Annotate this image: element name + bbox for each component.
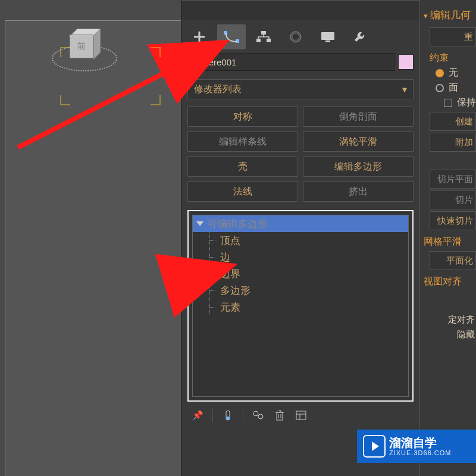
modifier-button[interactable]: 涡轮平滑 xyxy=(303,131,414,152)
svg-point-6 xyxy=(293,34,299,40)
watermark-url: ZIXUE.3D66.COM xyxy=(389,449,451,456)
constraint-radio[interactable] xyxy=(436,69,444,77)
stack-subobject[interactable]: 顶点 xyxy=(193,232,408,249)
svg-rect-10 xyxy=(226,416,230,420)
object-name-input[interactable] xyxy=(187,53,394,71)
svg-rect-3 xyxy=(256,39,261,42)
modifier-button[interactable]: 壳 xyxy=(187,156,298,177)
fragment-1: 定对齐 xyxy=(421,314,476,325)
command-panel-tabs xyxy=(181,20,419,52)
constraint-option-label: 面 xyxy=(449,82,458,94)
stack-subobject[interactable]: 多边形 xyxy=(193,282,408,299)
chevron-down-icon: ▾ xyxy=(402,84,407,95)
stack-subobject[interactable]: 元素 xyxy=(193,299,408,315)
stack-subobject[interactable]: 边 xyxy=(193,249,408,265)
svg-rect-2 xyxy=(261,31,266,35)
modifier-list-dropdown[interactable]: 修改器列表 ▾ xyxy=(187,79,414,99)
watermark-title: 溜溜自学 xyxy=(389,436,451,449)
slice-plane-button[interactable]: 切片平面 xyxy=(430,170,476,189)
svg-rect-4 xyxy=(267,39,271,42)
modifier-button[interactable]: 编辑样条线 xyxy=(187,131,298,152)
svg-rect-14 xyxy=(296,411,306,419)
edit-geometry-panel: 编辑几何 重 约束 无面 保持 创建 附加 切片平面 切片 快速切片 网格平滑 … xyxy=(419,0,476,476)
svg-rect-0 xyxy=(224,31,227,35)
modifier-buttons: 对称倒角剖面编辑样条线涡轮平滑壳编辑多边形法线挤出 xyxy=(187,107,414,202)
svg-rect-7 xyxy=(321,32,334,40)
pin-icon[interactable]: 📌 xyxy=(191,409,204,422)
stack-subobject[interactable]: 边界 xyxy=(193,265,408,282)
mesh-smooth-label: 网格平滑 xyxy=(421,232,476,249)
tab-hierarchy[interactable] xyxy=(249,24,278,49)
constraint-label: 约束 xyxy=(421,48,476,65)
svg-point-11 xyxy=(253,411,258,416)
svg-point-12 xyxy=(258,414,263,419)
slice-button[interactable]: 切片 xyxy=(430,190,476,209)
modifier-button[interactable]: 编辑多边形 xyxy=(303,156,414,177)
viewcube-front[interactable] xyxy=(70,35,93,58)
view-align-label: 视图对齐 xyxy=(421,272,476,289)
panel-topbar xyxy=(181,1,419,20)
tab-motion[interactable] xyxy=(281,24,310,49)
preserve-checkbox[interactable] xyxy=(444,99,452,107)
viewcube[interactable] xyxy=(52,24,117,89)
edit-geometry-title: 编辑几何 xyxy=(421,5,476,26)
planarize-button[interactable]: 平面化 xyxy=(430,251,476,270)
tab-utilities[interactable] xyxy=(346,24,374,49)
constraint-radio[interactable] xyxy=(436,84,444,92)
modifier-stack[interactable]: 可编辑多边形顶点边边界多边形元素 xyxy=(187,210,414,402)
layout-icon[interactable] xyxy=(295,409,308,422)
modifier-button[interactable]: 挤出 xyxy=(303,181,414,202)
modifier-button[interactable]: 倒角剖面 xyxy=(303,107,414,127)
play-icon xyxy=(363,435,386,458)
object-color-swatch[interactable] xyxy=(398,54,414,70)
watermark: 溜溜自学 ZIXUE.3D66.COM xyxy=(357,430,476,463)
modifier-list-label: 修改器列表 xyxy=(194,83,242,96)
viewport[interactable] xyxy=(0,0,181,476)
constraint-option-label: 无 xyxy=(449,67,458,79)
modifier-button[interactable]: 对称 xyxy=(187,107,298,127)
preserve-label: 保持 xyxy=(457,96,476,109)
quickslice-button[interactable]: 快速切片 xyxy=(430,211,476,230)
tab-display[interactable] xyxy=(314,24,342,49)
trash-icon[interactable] xyxy=(273,409,286,422)
config-icon[interactable] xyxy=(252,409,265,422)
tab-create[interactable] xyxy=(185,24,214,49)
modifier-button[interactable]: 法线 xyxy=(187,181,298,202)
svg-rect-8 xyxy=(325,40,330,42)
create-button[interactable]: 创建 xyxy=(430,112,476,131)
svg-rect-13 xyxy=(277,412,283,420)
tab-modify[interactable] xyxy=(217,24,246,49)
stack-toolbar: 📌 xyxy=(187,408,414,423)
reset-button[interactable]: 重 xyxy=(430,27,476,46)
fragment-2: 隐藏 xyxy=(421,329,476,340)
attach-button[interactable]: 附加 xyxy=(430,133,476,152)
stack-root[interactable]: 可编辑多边形 xyxy=(193,215,408,232)
vial-icon[interactable] xyxy=(221,409,234,422)
